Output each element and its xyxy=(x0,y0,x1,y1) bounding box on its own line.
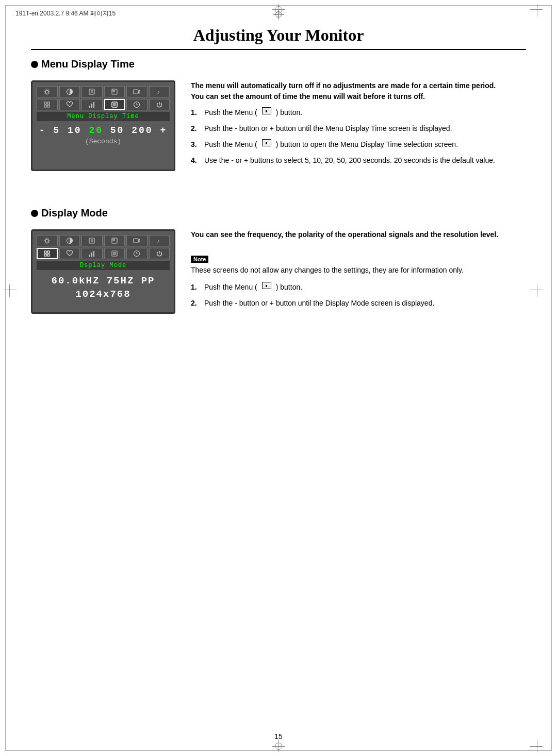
step-1-1: Push the Menu (∎) button. xyxy=(191,107,526,118)
section-divider xyxy=(31,192,526,207)
monitor2-icons-row2 xyxy=(37,248,170,259)
svg-line-37 xyxy=(45,239,45,239)
svg-rect-55 xyxy=(91,253,92,257)
svg-rect-15 xyxy=(113,90,114,92)
icon2-sound: ♪ xyxy=(149,235,170,246)
monitor-icons-row1: ♪ xyxy=(37,86,170,97)
monitor-label-2: Dsplay Mode xyxy=(37,261,170,270)
icon2-brightness xyxy=(37,235,58,246)
svg-rect-20 xyxy=(44,105,46,107)
section2-heading: Display Mode xyxy=(31,207,526,219)
svg-line-7 xyxy=(48,90,49,90)
icon2-contrast xyxy=(59,235,80,246)
section2-content: ♪ xyxy=(31,229,526,314)
svg-line-5 xyxy=(45,90,45,90)
svg-point-0 xyxy=(45,90,48,93)
monitor-bigval-2: 1024x768 xyxy=(37,289,170,300)
svg-rect-56 xyxy=(93,251,94,257)
svg-line-6 xyxy=(48,93,49,94)
monitor-values-1: - 5 10 20 50 200 + xyxy=(37,125,170,136)
svg-rect-23 xyxy=(91,104,92,108)
icon2-menu xyxy=(104,248,125,259)
icon-sound: ♪ xyxy=(149,86,170,97)
icon2-bars xyxy=(81,248,103,259)
crosshair-hline-midright xyxy=(530,290,543,290)
menu-icon-inline-3: ∎ xyxy=(262,282,271,289)
crosshair-hline-topright xyxy=(530,9,543,10)
icon2-position xyxy=(104,235,125,246)
icon2-grid-active xyxy=(37,248,58,259)
svg-rect-53 xyxy=(47,254,50,256)
svg-rect-47 xyxy=(113,239,114,241)
icon-position xyxy=(104,86,125,97)
crosshair-vline-midright xyxy=(537,284,537,297)
section1-intro: The menu will automatically turn off if … xyxy=(191,80,526,102)
svg-rect-50 xyxy=(44,251,46,253)
crosshair-vline-bottomright xyxy=(537,740,537,752)
icon-video xyxy=(126,86,148,97)
svg-line-8 xyxy=(45,93,45,94)
header-meta: 191T-en 2003.2.7 9:46 AM 페이지15 xyxy=(15,9,116,18)
icon-brightness xyxy=(37,86,58,97)
section1-steps: Push the Menu (∎) button. Push the - but… xyxy=(191,107,526,166)
icon-menu-active xyxy=(104,99,125,110)
icon-grid xyxy=(37,99,58,110)
step-1-4: Use the - or + buttons to select 5, 10, … xyxy=(191,155,526,166)
crosshair-circle-top xyxy=(275,6,282,13)
crosshair-hline-bottomright xyxy=(530,746,543,747)
section2-right-text: You can see the frequency, the polarity … xyxy=(191,229,526,314)
svg-point-32 xyxy=(45,239,48,242)
bullet-dot-1 xyxy=(31,61,38,68)
menu-icon-inline-1: ∎ xyxy=(262,107,271,114)
svg-line-38 xyxy=(48,242,49,243)
menu-icon-inline-2: ∎ xyxy=(262,139,271,146)
icon2-power xyxy=(149,248,170,259)
svg-rect-52 xyxy=(44,254,46,256)
page-title: Adjusting Your Monitor xyxy=(31,26,526,50)
monitor-display-1: ♪ xyxy=(31,80,175,171)
step-1-3: Push the Menu (∎) button to open the Men… xyxy=(191,139,526,150)
step-2-2: Push the - button or + button until the … xyxy=(191,298,526,309)
section1-content: ♪ xyxy=(31,80,526,171)
svg-rect-22 xyxy=(89,106,90,108)
icon-contrast xyxy=(59,86,80,97)
icon2-clock xyxy=(126,248,148,259)
bullet-dot-2 xyxy=(31,210,38,217)
svg-rect-51 xyxy=(47,251,50,253)
svg-rect-18 xyxy=(44,102,46,104)
svg-rect-24 xyxy=(93,102,94,108)
icon-auto-adjust xyxy=(81,86,103,97)
crosshair-hline-midleft xyxy=(4,290,17,290)
icon-power xyxy=(149,99,170,110)
monitor-display-2: ♪ xyxy=(31,229,175,314)
svg-rect-16 xyxy=(134,90,138,94)
svg-rect-54 xyxy=(89,255,90,257)
svg-line-39 xyxy=(48,239,49,239)
svg-rect-21 xyxy=(47,105,50,107)
note-text: These screens do not allow any changes t… xyxy=(191,265,526,276)
section1-right-text: The menu will automatically turn off if … xyxy=(191,80,526,171)
icon-heart xyxy=(59,99,80,110)
svg-rect-48 xyxy=(134,239,138,243)
step-2-1: Push the Menu (∎) button. xyxy=(191,282,526,293)
svg-text:♪: ♪ xyxy=(157,239,160,244)
crosshair-vline-midleft xyxy=(9,284,10,297)
page-number: 15 xyxy=(0,732,557,741)
svg-text:♪: ♪ xyxy=(157,90,160,95)
icon-clock xyxy=(126,99,148,110)
section1-heading: Menu Display Time xyxy=(31,58,526,70)
monitor2-icons-row1: ♪ xyxy=(37,235,170,246)
note-label: Note xyxy=(191,256,208,263)
crosshair-vline-topright xyxy=(537,4,537,16)
svg-line-40 xyxy=(45,242,45,243)
section2-intro: You can see the frequency, the polarity … xyxy=(191,229,526,240)
icon-bars xyxy=(81,99,103,110)
monitor-secondary-1: (Seconds) xyxy=(37,138,170,145)
section2-steps: Push the Menu (∎) button. Push the - but… xyxy=(191,282,526,309)
step-1-2: Push the - button or + button until the … xyxy=(191,123,526,134)
icon2-auto-adjust xyxy=(81,235,103,246)
monitor-icons-row2 xyxy=(37,99,170,110)
monitor-label-1: Menu Display Time xyxy=(37,112,170,121)
monitor-bigval-1: 60.0kHZ 75HZ PP xyxy=(37,275,170,287)
icon2-video xyxy=(126,235,148,246)
